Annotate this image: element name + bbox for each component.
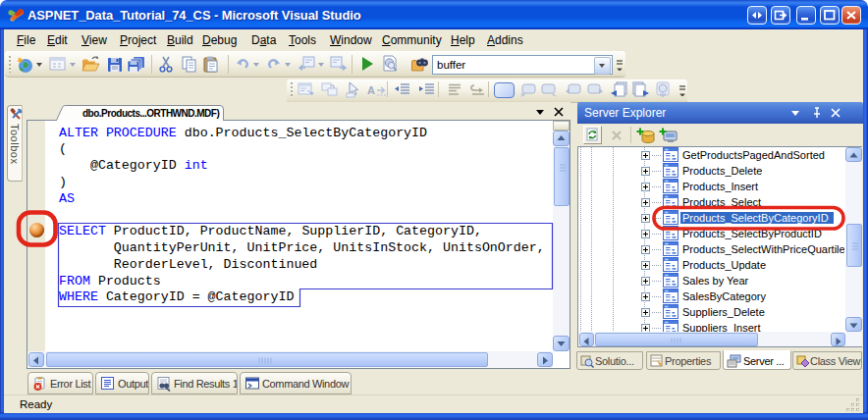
- svg-text:A: A: [367, 84, 375, 96]
